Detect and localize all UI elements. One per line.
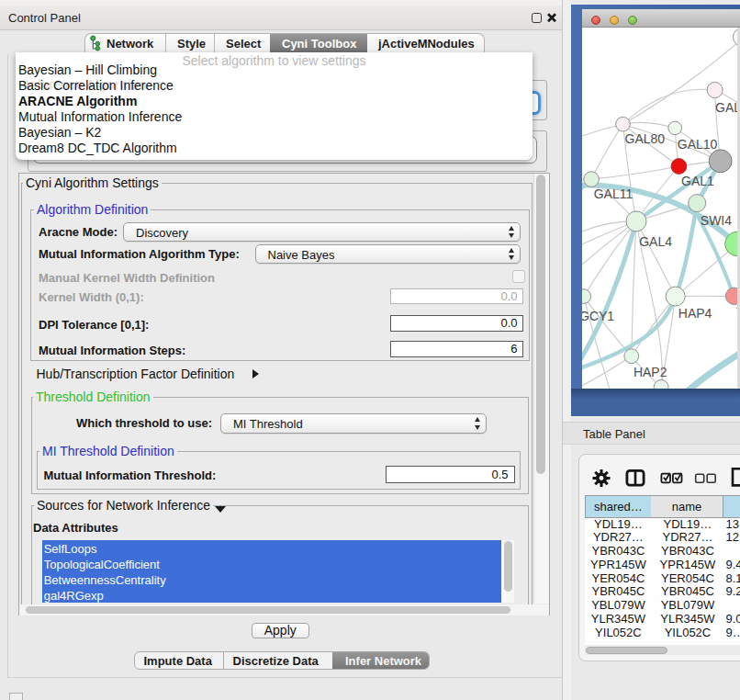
- svg-text:GAL7: GAL7: [715, 99, 738, 114]
- svg-text:HAP4: HAP4: [678, 306, 712, 321]
- svg-text:GAL1: GAL1: [681, 174, 714, 188]
- svg-text:GAL11: GAL11: [593, 186, 633, 201]
- svg-text:GAL4: GAL4: [639, 234, 672, 249]
- svg-text:SWI4: SWI4: [700, 212, 731, 227]
- svg-text:GAL80: GAL80: [624, 131, 665, 146]
- svg-text:HAP2: HAP2: [633, 365, 667, 379]
- svg-text:GAL10: GAL10: [677, 136, 717, 151]
- svg-text:GCY1: GCY1: [582, 309, 614, 323]
